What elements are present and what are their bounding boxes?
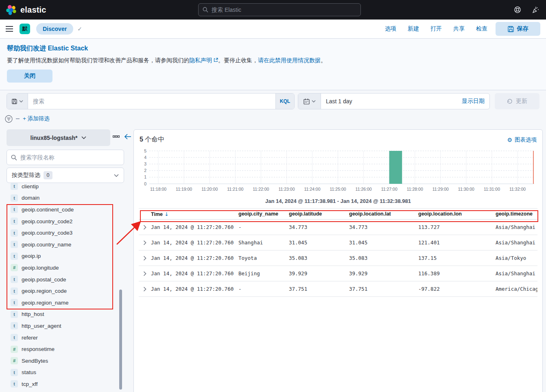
breadcrumb[interactable]: Discover bbox=[36, 23, 73, 35]
field-item-http_host[interactable]: thttp_host bbox=[7, 309, 124, 320]
string-field-icon: t bbox=[11, 287, 18, 295]
field-item-referer[interactable]: treferer bbox=[7, 332, 124, 344]
collapse-sidebar-icon[interactable] bbox=[124, 134, 131, 139]
calendar-icon bbox=[304, 98, 310, 105]
field-search-input[interactable] bbox=[20, 154, 120, 161]
index-pattern-selector[interactable]: linux85-logstash* bbox=[7, 129, 110, 146]
global-search[interactable] bbox=[198, 3, 361, 16]
column-header-geoip.timezone[interactable]: geoip.timezone bbox=[496, 211, 537, 217]
chevron-down-icon bbox=[114, 174, 119, 177]
toolbar-menu-item-2[interactable]: 打开 bbox=[430, 25, 442, 33]
save-button[interactable]: 保存 bbox=[496, 22, 540, 36]
toolbar-menu-item-1[interactable]: 新建 bbox=[408, 25, 419, 33]
field-item-geoip.region_name[interactable]: tgeoip.region_name bbox=[7, 297, 124, 309]
banner-text: 。要停止收集， bbox=[218, 57, 258, 63]
field-item-geoip.continent_code[interactable]: tgeoip.continent_code bbox=[7, 204, 124, 216]
newsfeed-icon[interactable] bbox=[532, 6, 539, 14]
index-options-icon[interactable] bbox=[113, 135, 120, 138]
global-search-input[interactable] bbox=[212, 7, 356, 13]
refresh-button[interactable]: 更新 bbox=[495, 93, 539, 109]
index-pattern-name: linux85-logstash* bbox=[31, 135, 78, 141]
field-item-SendBytes[interactable]: #SendBytes bbox=[7, 355, 124, 367]
svg-text:11:20:00: 11:20:00 bbox=[201, 187, 218, 192]
number-field-icon: # bbox=[11, 346, 18, 353]
kql-language-button[interactable]: KQL bbox=[275, 94, 294, 109]
string-field-icon: t bbox=[11, 206, 18, 213]
date-picker-menu-button[interactable] bbox=[298, 94, 321, 109]
field-item-geoip.country_name[interactable]: tgeoip.country_name bbox=[7, 239, 124, 250]
string-field-icon: t bbox=[11, 311, 18, 318]
toolbar-menu-item-0[interactable]: 选项 bbox=[385, 25, 396, 33]
field-item-geoip.longitude[interactable]: #geoip.longitude bbox=[7, 262, 124, 274]
add-filter-button[interactable]: + 添加筛选 bbox=[23, 115, 50, 122]
expand-row-icon[interactable] bbox=[139, 271, 151, 276]
field-item-tcp_xff[interactable]: ttcp_xff bbox=[7, 378, 124, 390]
toolbar-menu-item-4[interactable]: 检查 bbox=[476, 25, 487, 33]
external-link-icon bbox=[214, 58, 218, 62]
filter-by-type-count: 0 bbox=[44, 171, 52, 179]
date-picker: Last 1 day 显示日期 bbox=[298, 93, 490, 109]
field-name: http_user_agent bbox=[22, 323, 61, 329]
sidebar-scrollbar[interactable] bbox=[119, 290, 122, 390]
chevron-down-icon bbox=[312, 100, 316, 102]
show-dates-button[interactable]: 显示日期 bbox=[457, 94, 489, 109]
privacy-statement-link[interactable]: 隐私声明 bbox=[189, 57, 212, 63]
cell-geoip.location.lon: 121.401 bbox=[418, 240, 496, 246]
elastic-logo-icon bbox=[6, 4, 17, 15]
field-item-geoip.region_code[interactable]: tgeoip.region_code bbox=[7, 285, 124, 297]
query-input[interactable] bbox=[28, 94, 275, 109]
histogram-chart[interactable]: 11:18:0011:19:0011:20:0011:21:0011:22:00… bbox=[139, 149, 537, 197]
field-item-geoip.country_code3[interactable]: tgeoip.country_code3 bbox=[7, 227, 124, 239]
column-header-geoip.latitude[interactable]: geoip.latitude bbox=[289, 211, 349, 217]
expand-row-icon[interactable] bbox=[139, 256, 151, 261]
banner-body: 要了解使用情况数据如何帮助我们管理和改善产品和服务，请参阅我们的隐私声明 。要停… bbox=[7, 57, 539, 64]
svg-text:11:21:00: 11:21:00 bbox=[227, 187, 243, 192]
sort-desc-icon[interactable]: ↓ bbox=[164, 211, 168, 217]
elastic-logo[interactable]: elastic bbox=[6, 4, 46, 15]
string-field-icon: t bbox=[11, 183, 18, 190]
field-name: geoip.country_code2 bbox=[22, 218, 72, 224]
filter-icon[interactable] bbox=[5, 115, 13, 123]
expand-row-icon[interactable] bbox=[139, 225, 151, 230]
expand-row-icon[interactable] bbox=[139, 287, 151, 292]
refresh-button-label: 更新 bbox=[516, 98, 527, 105]
expand-row-icon[interactable] bbox=[139, 240, 151, 245]
field-item-status[interactable]: tstatus bbox=[7, 367, 124, 379]
telemetry-banner: 帮助我们改进 Elastic Stack 要了解使用情况数据如何帮助我们管理和改… bbox=[0, 39, 546, 90]
field-item-responsetime[interactable]: #responsetime bbox=[7, 343, 124, 355]
help-icon[interactable] bbox=[514, 6, 521, 13]
string-field-icon: t bbox=[11, 241, 18, 248]
chart-options-button[interactable]: ⚙ 图表选项 bbox=[507, 136, 537, 144]
field-item-domain[interactable]: tdomain bbox=[7, 192, 124, 204]
toolbar-menu-item-3[interactable]: 共享 bbox=[453, 25, 465, 33]
column-header-Time[interactable]: Time↓ bbox=[151, 211, 238, 217]
column-header-geoip.location.lat[interactable]: geoip.location.lat bbox=[349, 211, 418, 217]
banner-close-button[interactable]: 关闭 bbox=[7, 70, 52, 83]
gear-icon: ⚙ bbox=[507, 137, 512, 143]
disable-telemetry-link[interactable]: 请在此禁用使用情况数据 bbox=[258, 57, 321, 63]
field-item-geoip.ip[interactable]: tgeoip.ip bbox=[7, 250, 124, 262]
hits-label: 个命中 bbox=[145, 136, 164, 143]
save-icon bbox=[508, 26, 514, 32]
svg-text:11:30:00: 11:30:00 bbox=[458, 187, 474, 192]
saved-query-menu-button[interactable] bbox=[7, 94, 28, 109]
column-header-geoip.city_name[interactable]: geoip.city_name bbox=[238, 211, 289, 217]
field-name: SendBytes bbox=[22, 358, 48, 364]
histogram-bar[interactable] bbox=[389, 151, 402, 184]
fields-sidebar: linux85-logstash* 按类型筛选 0 tclientiptdoma… bbox=[7, 129, 125, 392]
space-badge[interactable]: 默 bbox=[20, 24, 30, 34]
filter-by-type[interactable]: 按类型筛选 0 bbox=[7, 168, 124, 183]
cell-geoip.location.lat: 34.773 bbox=[349, 224, 418, 230]
field-name: geoip.longitude bbox=[22, 265, 59, 271]
column-header-geoip.location.lon[interactable]: geoip.location.lon bbox=[418, 211, 496, 217]
chart-options-label: 图表选项 bbox=[515, 136, 537, 144]
svg-text:11:26:00: 11:26:00 bbox=[356, 187, 372, 192]
save-button-label: 保存 bbox=[517, 25, 529, 33]
field-search[interactable] bbox=[7, 150, 124, 165]
field-item-http_user_agent[interactable]: thttp_user_agent bbox=[7, 320, 124, 332]
field-item-geoip.postal_code[interactable]: tgeoip.postal_code bbox=[7, 274, 124, 285]
query-input-group: KQL bbox=[7, 93, 295, 109]
time-range-value[interactable]: Last 1 day bbox=[321, 94, 457, 109]
menu-hamburger-icon[interactable] bbox=[6, 26, 13, 32]
field-item-geoip.country_code2[interactable]: tgeoip.country_code2 bbox=[7, 216, 124, 227]
